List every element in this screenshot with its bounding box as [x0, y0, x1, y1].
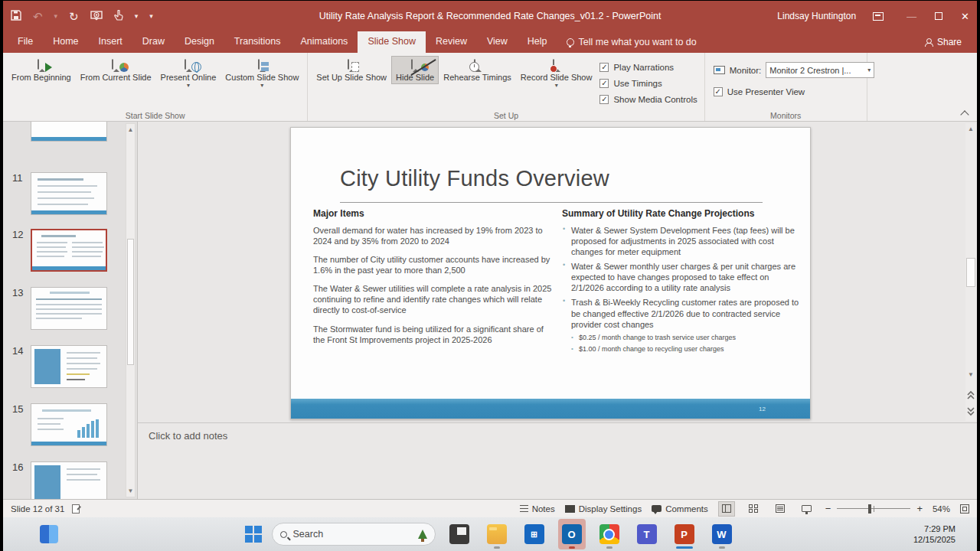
present-online-button[interactable]: Present Online ▾ [156, 56, 221, 91]
touch-mouse-mode-icon[interactable] [114, 10, 123, 22]
thumbnail-slide-11[interactable] [31, 172, 107, 215]
comments-button[interactable]: Comments [652, 504, 708, 514]
set-up-slide-show-button[interactable]: Set Up Slide Show [312, 56, 391, 84]
scroll-up-icon[interactable]: ▲ [126, 126, 135, 133]
taskbar-clock[interactable]: 7:29 PM 12/15/2025 [913, 523, 956, 545]
record-slide-show-button[interactable]: Record Slide Show ▾ [516, 56, 597, 91]
slide-indicator[interactable]: Slide 12 of 31 [11, 504, 64, 514]
rehearse-timings-button[interactable]: Rehearse Timings [439, 56, 516, 84]
share-button[interactable]: Share [924, 31, 972, 53]
start-from-beginning-icon[interactable] [90, 11, 103, 22]
tab-transitions[interactable]: Transitions [224, 31, 291, 53]
fit-slide-to-window-button[interactable] [960, 504, 969, 514]
tab-draw[interactable]: Draw [132, 31, 175, 53]
tell-me-box[interactable]: Tell me what you want to do [557, 31, 706, 53]
next-slide-button[interactable] [965, 407, 976, 416]
outlook-app[interactable]: O [558, 519, 586, 549]
slide-canvas[interactable]: City Utility Funds Overview Major Items … [290, 127, 811, 419]
task-view-icon [449, 524, 469, 544]
tab-home[interactable]: Home [43, 31, 88, 53]
slide-thumbnail-panel: 11 12 [3, 122, 138, 499]
slide-show-view-icon [802, 505, 812, 512]
file-explorer-app[interactable] [483, 519, 511, 549]
thumbnail-slide-16[interactable] [31, 461, 107, 499]
collapse-ribbon-icon[interactable] [960, 110, 969, 119]
zoom-out-button[interactable]: − [825, 503, 831, 514]
scroll-down-icon[interactable]: ▼ [126, 487, 135, 494]
thumbnail-slide-15[interactable] [31, 403, 107, 446]
thumbnail-slide-14[interactable] [31, 345, 107, 388]
widgets-icon[interactable] [40, 525, 58, 543]
thumbnail-slide-12-selected[interactable] [31, 229, 107, 272]
ribbon-display-options-icon[interactable] [873, 12, 884, 21]
zoom-in-button[interactable]: + [916, 503, 923, 514]
close-icon[interactable]: ✕ [961, 11, 969, 22]
undo-icon[interactable]: ↶ [33, 11, 43, 22]
from-beginning-button[interactable]: From Beginning [7, 56, 76, 84]
slide-title[interactable]: City Utility Funds Overview [340, 166, 769, 191]
normal-view-button[interactable] [718, 501, 735, 517]
slide-show-view-button[interactable] [799, 501, 815, 517]
play-narrations-checkbox[interactable]: ✓ Play Narrations [599, 60, 697, 74]
editor-scrollbar[interactable]: ▲ ▼ [965, 123, 976, 421]
normal-view-icon [722, 504, 731, 513]
teams-app[interactable]: T [633, 519, 661, 549]
from-current-slide-button[interactable]: From Current Slide [76, 56, 156, 84]
tab-animations[interactable]: Animations [291, 31, 358, 53]
from-current-slide-icon [112, 60, 119, 70]
start-button[interactable] [245, 526, 262, 543]
maximize-icon[interactable] [935, 12, 942, 20]
customize-qat-icon[interactable]: ▾ [149, 13, 153, 20]
custom-slide-show-button[interactable]: Custom Slide Show ▾ [220, 56, 303, 91]
minimize-icon[interactable]: — [906, 11, 916, 22]
edit-flag-icon[interactable] [72, 504, 80, 514]
tab-slide-show[interactable]: Slide Show [358, 31, 426, 53]
slide-left-column[interactable]: Major Items Overall demand for water has… [313, 208, 557, 353]
scroll-down-icon[interactable]: ▼ [965, 371, 976, 378]
zoom-slider-thumb[interactable] [868, 504, 871, 514]
redo-icon[interactable]: ↻ [69, 11, 79, 22]
thumbnail-scrollbar-thumb[interactable] [127, 239, 134, 365]
undo-dropdown-icon[interactable]: ▾ [54, 13, 58, 20]
editor-scrollbar-thumb[interactable] [966, 258, 975, 287]
thumbnail-scrollbar[interactable]: ▲ ▼ [126, 123, 136, 497]
notes-placeholder[interactable]: Click to add notes [149, 430, 966, 442]
chrome-app[interactable] [596, 519, 623, 549]
notes-pane[interactable]: Click to add notes [138, 422, 977, 499]
touch-mode-dropdown-icon[interactable]: ▾ [135, 13, 139, 20]
word-app[interactable]: W [708, 519, 736, 549]
display-settings-button[interactable]: Display Settings [565, 504, 642, 514]
slide-sorter-view-button[interactable] [745, 501, 762, 517]
from-current-slide-label: From Current Slide [80, 73, 152, 83]
tab-help[interactable]: Help [518, 31, 557, 53]
thumbnail-slide-10-partial[interactable] [31, 122, 107, 142]
search-placeholder: Search [293, 529, 412, 540]
use-presenter-view-checkbox[interactable]: ✓ Use Presenter View [714, 85, 875, 99]
notes-toggle-button[interactable]: Notes [520, 504, 555, 514]
taskbar-search[interactable]: Search [272, 523, 436, 546]
microsoft-store-app[interactable]: ⊞ [521, 519, 548, 549]
scroll-up-icon[interactable]: ▲ [965, 126, 976, 132]
windows-taskbar: Search ⊞ O T P W 7:29 PM 12/15/2025 [3, 517, 977, 551]
tab-review[interactable]: Review [426, 31, 477, 53]
task-view-app[interactable] [446, 519, 473, 549]
zoom-level[interactable]: 54% [933, 504, 950, 514]
show-media-controls-checkbox[interactable]: ✓ Show Media Controls [599, 93, 697, 106]
monitor-dropdown[interactable]: Monitor 2 Crestron |... ▾ [766, 62, 874, 78]
hide-slide-button[interactable]: Hide Slide [391, 56, 439, 84]
powerpoint-app[interactable]: P [671, 519, 698, 549]
previous-slide-button[interactable] [965, 390, 976, 399]
tab-design[interactable]: Design [175, 31, 224, 53]
zoom-slider[interactable] [837, 508, 910, 510]
user-name[interactable]: Lindsay Huntington [777, 11, 856, 21]
powerpoint-window: ↶ ▾ ↻ ▾ ▾ Utility Rate Analysis Report &… [3, 1, 977, 517]
save-icon[interactable] [11, 10, 21, 22]
tab-insert[interactable]: Insert [89, 31, 132, 53]
tab-view[interactable]: View [477, 31, 518, 53]
reading-view-button[interactable] [772, 501, 789, 517]
powerpoint-icon: P [675, 524, 694, 544]
use-timings-checkbox[interactable]: ✓ Use Timings [599, 77, 697, 90]
slide-right-column[interactable]: Summary of Utility Rate Change Projectio… [562, 208, 801, 357]
thumbnail-slide-13[interactable] [31, 287, 107, 330]
tab-file[interactable]: File [8, 31, 43, 53]
